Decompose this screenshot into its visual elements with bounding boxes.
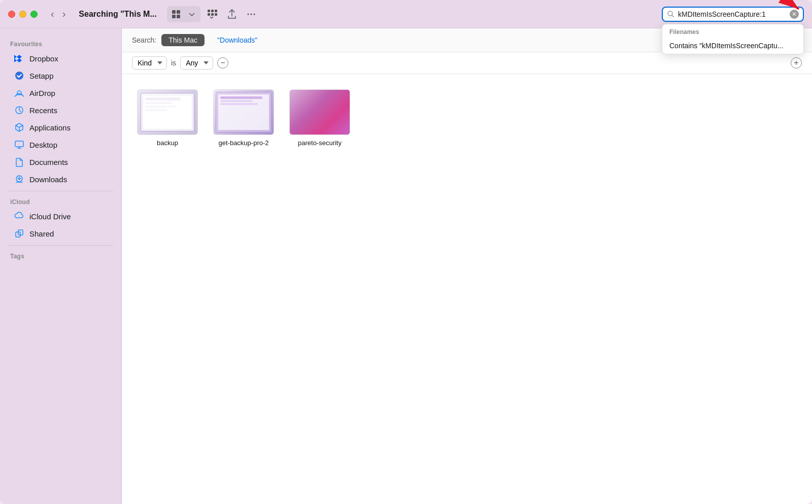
share-icon	[227, 9, 237, 19]
sidebar-item-label: Recents	[29, 106, 57, 115]
downloads-icon	[14, 174, 24, 184]
close-button[interactable]	[8, 11, 15, 18]
sidebar-item-icloud-drive[interactable]: iCloud Drive	[4, 208, 117, 225]
search-input[interactable]	[678, 10, 787, 18]
shared-icon	[14, 228, 24, 239]
sidebar-item-label: Desktop	[29, 141, 57, 149]
dropdown-suggestion[interactable]: Contains "kMDItemIsScreenCaptu...	[662, 38, 803, 54]
search-clear-button[interactable]: ✕	[790, 10, 799, 19]
window-title: Searching "This M...	[79, 10, 156, 19]
search-icon	[667, 10, 675, 18]
svg-rect-3	[177, 15, 180, 18]
airdrop-icon	[14, 88, 24, 98]
svg-point-12	[253, 13, 255, 15]
filter-add-button[interactable]: +	[791, 57, 802, 69]
sidebar-item-documents[interactable]: Documents	[4, 153, 117, 171]
more-button[interactable]	[243, 7, 259, 21]
svg-rect-2	[172, 15, 176, 18]
nav-buttons: ‹ ›	[48, 6, 69, 22]
share-button[interactable]	[224, 7, 240, 21]
forward-button[interactable]: ›	[59, 6, 69, 22]
svg-rect-4	[208, 10, 210, 12]
sidebar-item-label: AirDrop	[29, 89, 55, 97]
search-dropdown: Filenames Contains "kMDItemIsScreenCaptu…	[662, 24, 804, 54]
minimize-button[interactable]	[19, 11, 26, 18]
svg-point-10	[247, 13, 249, 15]
file-name: backup	[157, 139, 178, 148]
icloud-drive-icon	[14, 211, 24, 221]
scope-downloads-button[interactable]: "Downloads"	[210, 33, 265, 47]
list-view-dropdown-button[interactable]	[184, 8, 199, 21]
titlebar: ‹ › Searching "This M...	[0, 0, 812, 28]
icloud-label: iCloud	[0, 194, 121, 208]
content-area: Favourites Dropbox	[0, 28, 812, 504]
sidebar-item-label: Setapp	[29, 72, 54, 80]
back-button[interactable]: ‹	[48, 6, 57, 22]
svg-point-15	[15, 72, 23, 80]
main-content: Search: This Mac "Downloads" Kind is Any…	[122, 28, 812, 504]
sidebar-item-applications[interactable]: Applications	[4, 119, 117, 136]
svg-rect-18	[15, 141, 23, 147]
traffic-lights	[8, 11, 38, 18]
documents-icon	[14, 157, 24, 167]
dropdown-header: Filenames	[662, 24, 803, 38]
grid-icon	[171, 9, 181, 19]
sidebar-item-label: Shared	[29, 229, 54, 238]
file-item-pareto[interactable]: pareto-security	[289, 89, 350, 148]
svg-rect-7	[208, 13, 210, 16]
svg-point-11	[250, 13, 252, 15]
svg-rect-1	[177, 10, 180, 14]
svg-rect-6	[215, 10, 217, 12]
sidebar-item-setapp[interactable]: Setapp	[4, 67, 117, 84]
desktop-icon	[14, 140, 24, 150]
maximize-button[interactable]	[30, 11, 38, 18]
kind-filter-select[interactable]: Kind	[132, 56, 167, 70]
sidebar-divider-2	[8, 245, 113, 246]
svg-rect-0	[172, 10, 176, 14]
toolbar-icons	[167, 6, 259, 22]
sidebar-item-label: Dropbox	[29, 54, 58, 63]
gallery-view-button[interactable]	[204, 7, 221, 22]
any-filter-select[interactable]: Any	[180, 56, 213, 70]
sidebar-item-desktop[interactable]: Desktop	[4, 136, 117, 153]
filter-remove-button[interactable]: −	[217, 57, 228, 69]
search-container: ✕ Filenames Contains "kMDItemIsScreenCap…	[662, 7, 804, 22]
view-toggle	[167, 6, 200, 22]
tags-label: Tags	[0, 249, 121, 262]
search-box: ✕	[662, 7, 804, 22]
chevron-down-icon	[187, 10, 196, 19]
filter-bar: Kind is Any − +	[122, 52, 812, 74]
ellipsis-icon	[246, 9, 256, 19]
sidebar-item-airdrop[interactable]: AirDrop	[4, 84, 117, 102]
sidebar-item-label: Applications	[29, 123, 71, 132]
gallery-icon	[207, 9, 218, 20]
file-item-backup[interactable]: backup	[137, 89, 198, 148]
file-item-get-backup[interactable]: get-backup-pro-2	[213, 89, 274, 148]
file-name: get-backup-pro-2	[219, 139, 269, 148]
setapp-icon	[14, 71, 24, 81]
file-thumb-get-backup	[213, 89, 274, 135]
file-thumb-pareto	[289, 89, 350, 135]
finder-window: ‹ › Searching "This M...	[0, 0, 812, 504]
favourites-label: Favourites	[0, 37, 121, 50]
sidebar: Favourites Dropbox	[0, 28, 122, 504]
svg-rect-5	[211, 10, 214, 12]
file-thumb-backup	[137, 89, 198, 135]
dropbox-icon	[14, 53, 24, 63]
icon-view-button[interactable]	[168, 7, 184, 21]
sidebar-item-recents[interactable]: Recents	[4, 102, 117, 119]
sidebar-item-downloads[interactable]: Downloads	[4, 171, 117, 188]
sidebar-item-shared[interactable]: Shared	[4, 225, 117, 242]
svg-rect-8	[211, 13, 214, 16]
applications-icon	[14, 122, 24, 132]
file-name: pareto-security	[298, 139, 342, 148]
search-label: Search:	[132, 36, 156, 44]
svg-rect-9	[215, 13, 217, 16]
sidebar-item-label: Documents	[29, 158, 68, 166]
recents-icon	[14, 105, 24, 115]
scope-this-mac-button[interactable]: This Mac	[161, 34, 205, 46]
sidebar-item-label: Downloads	[29, 175, 67, 184]
is-label: is	[171, 59, 176, 67]
sidebar-item-label: iCloud Drive	[29, 212, 71, 221]
sidebar-item-dropbox[interactable]: Dropbox	[4, 50, 117, 67]
